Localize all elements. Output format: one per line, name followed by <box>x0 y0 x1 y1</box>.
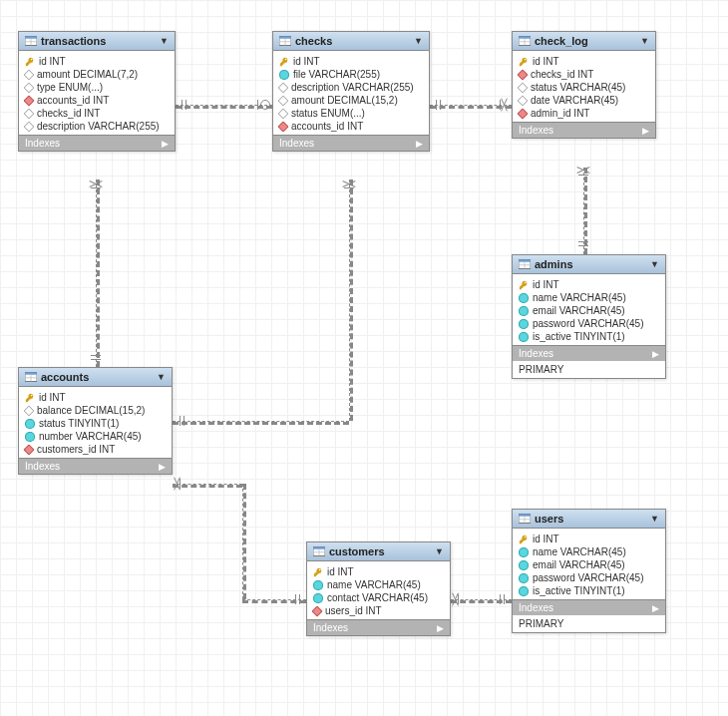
column-label: email VARCHAR(45) <box>533 559 625 570</box>
column[interactable]: description VARCHAR(255) <box>277 81 425 94</box>
column[interactable]: id INT <box>517 533 661 545</box>
column-label: is_active TINYINT(1) <box>533 331 625 342</box>
collapse-icon[interactable]: ▼ <box>640 36 649 46</box>
index-row[interactable]: PRIMARY <box>513 615 665 632</box>
column[interactable]: users_id INT <box>311 604 446 617</box>
column[interactable]: password VARCHAR(45) <box>517 317 661 330</box>
key-icon <box>279 57 289 67</box>
table-users[interactable]: users▼id INTname VARCHAR(45)email VARCHA… <box>512 509 666 633</box>
collapse-icon[interactable]: ▼ <box>650 514 659 524</box>
column[interactable]: status ENUM(...) <box>277 107 425 120</box>
column-label: name VARCHAR(45) <box>533 292 626 303</box>
column[interactable]: checks_id INT <box>517 68 651 81</box>
indexes-section-header[interactable]: Indexes▶ <box>513 345 665 361</box>
table-header[interactable]: check_log▼ <box>513 32 655 51</box>
column[interactable]: accounts_id INT <box>277 120 425 133</box>
rel-end <box>578 175 588 176</box>
column-label: id INT <box>533 279 559 290</box>
collapse-icon[interactable]: ▼ <box>435 546 444 556</box>
table-header[interactable]: checks▼ <box>273 32 429 51</box>
collapse-icon[interactable]: ▼ <box>157 372 166 382</box>
columns-list: id INTfile VARCHAR(255)description VARCH… <box>273 51 429 135</box>
index-row[interactable]: PRIMARY <box>513 361 665 378</box>
column[interactable]: status TINYINT(1) <box>23 417 168 430</box>
column[interactable]: id INT <box>517 55 651 68</box>
indexes-section-header[interactable]: Indexes▶ <box>19 458 172 474</box>
indexes-label: Indexes <box>519 348 553 359</box>
column[interactable]: name VARCHAR(45) <box>517 291 661 304</box>
rel-customers-users <box>451 599 512 603</box>
column[interactable]: name VARCHAR(45) <box>311 578 446 591</box>
column[interactable]: email VARCHAR(45) <box>517 304 661 317</box>
column[interactable]: amount DECIMAL(15,2) <box>277 94 425 107</box>
column[interactable]: contact VARCHAR(45) <box>311 591 446 604</box>
column-label: id INT <box>293 56 320 67</box>
column[interactable]: checks_id INT <box>23 107 171 120</box>
indexes-section-header[interactable]: Indexes▶ <box>273 135 429 151</box>
column-label: accounts_id INT <box>291 121 363 132</box>
table-name: transactions <box>41 35 106 47</box>
column[interactable]: date VARCHAR(45) <box>517 94 651 107</box>
table-name: check_log <box>535 35 588 47</box>
column-icon <box>277 82 288 93</box>
table-admins[interactable]: admins▼id INTname VARCHAR(45)email VARCH… <box>512 254 666 379</box>
columns-list: id INTname VARCHAR(45)email VARCHAR(45)p… <box>513 274 665 345</box>
column[interactable]: type ENUM(...) <box>23 81 171 94</box>
fk-icon <box>23 444 34 455</box>
column[interactable]: id INT <box>23 55 171 68</box>
column[interactable]: number VARCHAR(45) <box>23 430 168 443</box>
collapse-icon[interactable]: ▼ <box>414 36 423 46</box>
column-label: email VARCHAR(45) <box>533 305 625 316</box>
indexes-section-header[interactable]: Indexes▶ <box>307 619 450 635</box>
table-customers[interactable]: customers▼id INTname VARCHAR(45)contact … <box>306 541 451 636</box>
column[interactable]: id INT <box>311 565 446 578</box>
column[interactable]: is_active TINYINT(1) <box>517 330 661 343</box>
collapse-icon[interactable]: ▼ <box>650 259 659 269</box>
column-icon <box>23 405 34 416</box>
table-header[interactable]: transactions▼ <box>19 32 175 51</box>
column[interactable]: email VARCHAR(45) <box>517 558 661 571</box>
column[interactable]: password VARCHAR(45) <box>517 571 661 584</box>
column-icon <box>519 319 529 329</box>
column-label: password VARCHAR(45) <box>533 572 644 583</box>
table-check_log[interactable]: check_log▼id INTchecks_id INTstatus VARC… <box>512 31 656 139</box>
column[interactable]: description VARCHAR(255) <box>23 120 171 133</box>
column-icon <box>313 580 323 590</box>
column[interactable]: balance DECIMAL(15,2) <box>23 404 168 417</box>
table-transactions[interactable]: transactions▼id INTamount DECIMAL(7,2)ty… <box>18 31 176 152</box>
rel-checks-accounts-v <box>349 179 353 421</box>
collapse-icon[interactable]: ▼ <box>160 36 169 46</box>
table-header[interactable]: users▼ <box>513 510 665 529</box>
table-header[interactable]: customers▼ <box>307 542 450 561</box>
indexes-section-header[interactable]: Indexes▶ <box>19 135 175 151</box>
column[interactable]: file VARCHAR(255) <box>277 68 425 81</box>
column[interactable]: id INT <box>517 278 661 291</box>
key-icon <box>519 280 529 290</box>
column[interactable]: amount DECIMAL(7,2) <box>23 68 171 81</box>
column[interactable]: id INT <box>23 391 168 404</box>
fk-icon <box>517 69 528 80</box>
column[interactable]: status VARCHAR(45) <box>517 81 651 94</box>
column-label: date VARCHAR(45) <box>531 95 618 106</box>
rel-end <box>436 100 437 110</box>
key-icon <box>519 535 529 544</box>
rel-end <box>91 187 101 188</box>
column[interactable]: id INT <box>277 55 425 68</box>
table-accounts[interactable]: accounts▼id INTbalance DECIMAL(15,2)stat… <box>18 367 173 475</box>
table-header[interactable]: accounts▼ <box>19 368 172 387</box>
column[interactable]: accounts_id INT <box>23 94 171 107</box>
column-label: customers_id INT <box>37 444 115 455</box>
column[interactable]: name VARCHAR(45) <box>517 545 661 558</box>
table-header[interactable]: admins▼ <box>513 255 665 274</box>
column[interactable]: admin_id INT <box>517 107 651 120</box>
chevron-right-icon: ▶ <box>416 139 423 149</box>
svg-rect-25 <box>519 515 531 517</box>
svg-rect-5 <box>279 37 291 39</box>
rel-end <box>183 416 184 426</box>
column[interactable]: customers_id INT <box>23 443 168 456</box>
column[interactable]: is_active TINYINT(1) <box>517 584 661 597</box>
indexes-label: Indexes <box>519 602 553 613</box>
indexes-section-header[interactable]: Indexes▶ <box>513 122 655 138</box>
indexes-section-header[interactable]: Indexes▶ <box>513 599 665 615</box>
table-checks[interactable]: checks▼id INTfile VARCHAR(255)descriptio… <box>272 31 430 152</box>
